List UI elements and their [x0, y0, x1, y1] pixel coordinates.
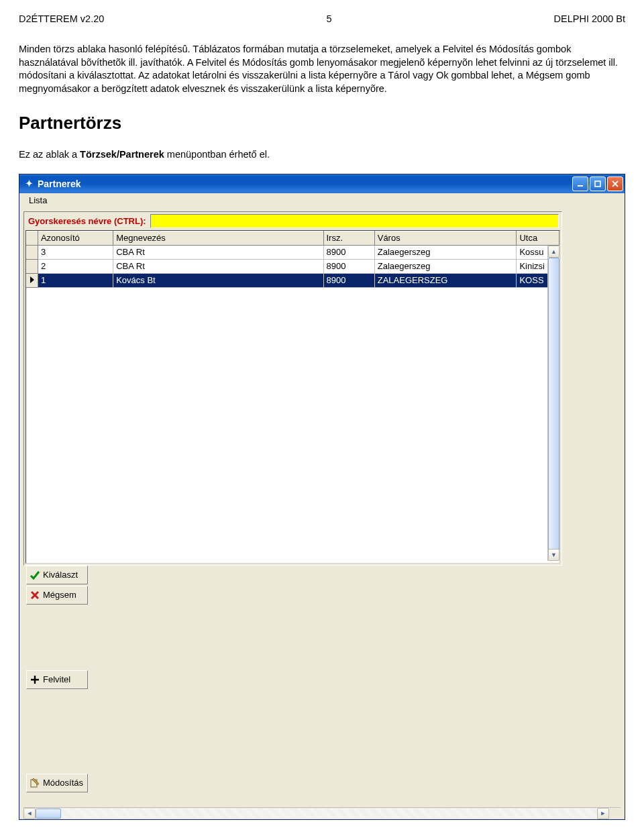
check-icon	[30, 570, 40, 580]
col-street[interactable]: Utca	[517, 231, 559, 245]
header-right: DELPHI 2000 Bt	[554, 13, 625, 24]
scroll-down-icon[interactable]: ▼	[548, 549, 559, 561]
window-title: Partnerek	[38, 178, 81, 189]
app-icon: ✦	[23, 178, 34, 189]
header-left: D2ÉTTEREM v2.20	[19, 13, 104, 24]
row-pointer-icon	[30, 276, 34, 283]
svg-rect-0	[578, 185, 583, 187]
heading-partnertorzs: Partnertörzs	[19, 113, 625, 134]
table-row[interactable]: 3 CBA Rt 8900 Zalaegerszeg Kossu	[27, 245, 559, 259]
table-row[interactable]: 2 CBA Rt 8900 Zalaegerszeg Kinizsi	[27, 259, 559, 273]
paragraph-intro: Minden törzs ablaka hasonló felépítésû. …	[19, 43, 625, 95]
select-button[interactable]: Kiválaszt	[26, 566, 88, 584]
close-button[interactable]	[607, 176, 623, 191]
menubar: Lista	[19, 193, 625, 208]
hscroll-thumb[interactable]	[36, 809, 61, 819]
col-zip[interactable]: Irsz.	[323, 231, 374, 245]
svg-rect-1	[595, 181, 600, 187]
col-city[interactable]: Város	[374, 231, 517, 245]
menu-lista[interactable]: Lista	[22, 194, 54, 207]
cancel-button[interactable]: Mégsem	[26, 586, 88, 605]
scroll-up-icon[interactable]: ▲	[548, 246, 559, 258]
paragraph-menu: Ez az ablak a Törzsek/Partnerek menüpont…	[19, 148, 625, 162]
search-input[interactable]	[150, 214, 559, 228]
cross-icon	[30, 590, 40, 601]
search-label: Gyorskeresés névre (CTRL):	[28, 216, 146, 226]
scroll-thumb[interactable]	[548, 258, 559, 551]
scroll-right-icon[interactable]: ►	[597, 808, 609, 819]
horizontal-scrollbar[interactable]: ◄ ►	[23, 807, 621, 819]
col-name[interactable]: Megnevezés	[113, 231, 323, 245]
add-button[interactable]: Felvitel	[26, 670, 88, 689]
partnerek-window: ✦ Partnerek Lista Gyorskeresés névre (CT…	[19, 174, 625, 820]
table-row-selected[interactable]: 1 Kovács Bt 8900 ZALAEGERSZEG KOSS	[27, 273, 559, 287]
resize-grip-icon[interactable]	[609, 809, 621, 819]
list-panel: Gyorskeresés névre (CTRL): Azonosító Meg…	[23, 211, 562, 566]
edit-button[interactable]: Módosítás	[26, 774, 88, 792]
data-grid[interactable]: Azonosító Megnevezés Irsz. Város Utca 3 …	[25, 230, 560, 564]
plus-icon	[30, 674, 40, 685]
grid-header: Azonosító Megnevezés Irsz. Város Utca	[27, 231, 559, 245]
side-buttons: Kiválaszt Mégsem Felvitel Módosítás	[26, 566, 81, 794]
scroll-left-icon[interactable]: ◄	[23, 808, 36, 819]
titlebar[interactable]: ✦ Partnerek	[19, 174, 625, 193]
maximize-button[interactable]	[590, 176, 606, 191]
col-id[interactable]: Azonosító	[38, 231, 113, 245]
minimize-button[interactable]	[572, 176, 588, 191]
header-page: 5	[326, 13, 331, 24]
edit-icon	[30, 778, 40, 788]
vertical-scrollbar[interactable]: ▲ ▼	[547, 246, 559, 561]
doc-header: D2ÉTTEREM v2.20 5 DELPHI 2000 Bt	[19, 13, 625, 24]
